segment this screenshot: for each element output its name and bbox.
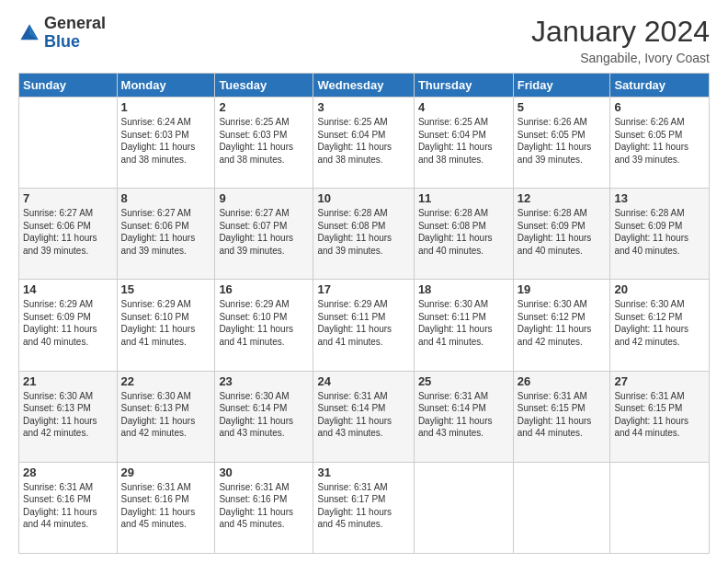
- day-cell: 26Sunrise: 6:31 AM Sunset: 6:15 PM Dayli…: [513, 371, 610, 462]
- day-number: 18: [418, 282, 509, 296]
- day-number: 1: [121, 100, 211, 114]
- day-info: Sunrise: 6:31 AM Sunset: 6:16 PM Dayligh…: [121, 481, 211, 531]
- day-number: 3: [317, 100, 409, 114]
- day-info: Sunrise: 6:30 AM Sunset: 6:11 PM Dayligh…: [418, 298, 509, 348]
- day-number: 20: [614, 282, 705, 296]
- day-cell: 2Sunrise: 6:25 AM Sunset: 6:03 PM Daylig…: [215, 98, 313, 189]
- day-number: 19: [518, 282, 607, 296]
- day-cell: 23Sunrise: 6:30 AM Sunset: 6:14 PM Dayli…: [215, 371, 313, 462]
- day-info: Sunrise: 6:28 AM Sunset: 6:08 PM Dayligh…: [418, 207, 509, 257]
- day-number: 9: [219, 191, 309, 205]
- day-info: Sunrise: 6:29 AM Sunset: 6:11 PM Dayligh…: [317, 298, 409, 348]
- day-info: Sunrise: 6:28 AM Sunset: 6:09 PM Dayligh…: [518, 207, 607, 257]
- month-year: January 2024: [531, 15, 710, 49]
- day-cell: 1Sunrise: 6:24 AM Sunset: 6:03 PM Daylig…: [117, 98, 215, 189]
- day-number: 25: [418, 374, 509, 388]
- day-info: Sunrise: 6:31 AM Sunset: 6:14 PM Dayligh…: [317, 390, 409, 440]
- day-cell: 12Sunrise: 6:28 AM Sunset: 6:09 PM Dayli…: [513, 189, 610, 280]
- day-cell: 11Sunrise: 6:28 AM Sunset: 6:08 PM Dayli…: [414, 189, 513, 280]
- day-cell: 29Sunrise: 6:31 AM Sunset: 6:16 PM Dayli…: [117, 462, 215, 553]
- day-info: Sunrise: 6:31 AM Sunset: 6:16 PM Dayligh…: [23, 481, 113, 531]
- day-number: 13: [614, 191, 705, 205]
- day-cell: 8Sunrise: 6:27 AM Sunset: 6:06 PM Daylig…: [117, 189, 215, 280]
- logo: General Blue: [18, 15, 106, 52]
- logo-icon: [18, 22, 40, 44]
- day-number: 7: [23, 191, 113, 205]
- day-cell: [19, 98, 118, 189]
- day-info: Sunrise: 6:31 AM Sunset: 6:15 PM Dayligh…: [614, 390, 705, 440]
- day-info: Sunrise: 6:26 AM Sunset: 6:05 PM Dayligh…: [518, 116, 607, 166]
- day-cell: 16Sunrise: 6:29 AM Sunset: 6:10 PM Dayli…: [215, 280, 313, 371]
- weekday-header-saturday: Saturday: [610, 74, 710, 98]
- day-number: 17: [317, 282, 409, 296]
- day-number: 21: [23, 374, 113, 388]
- day-cell: [610, 462, 710, 553]
- day-number: 15: [121, 282, 211, 296]
- logo-general: General: [44, 14, 106, 32]
- day-cell: 15Sunrise: 6:29 AM Sunset: 6:10 PM Dayli…: [117, 280, 215, 371]
- day-cell: 10Sunrise: 6:28 AM Sunset: 6:08 PM Dayli…: [313, 189, 414, 280]
- day-info: Sunrise: 6:29 AM Sunset: 6:10 PM Dayligh…: [121, 298, 211, 348]
- day-number: 8: [121, 191, 211, 205]
- day-number: 26: [518, 374, 607, 388]
- day-info: Sunrise: 6:24 AM Sunset: 6:03 PM Dayligh…: [121, 116, 211, 166]
- day-cell: 28Sunrise: 6:31 AM Sunset: 6:16 PM Dayli…: [19, 462, 118, 553]
- day-cell: 9Sunrise: 6:27 AM Sunset: 6:07 PM Daylig…: [215, 189, 313, 280]
- weekday-header-thursday: Thursday: [414, 74, 513, 98]
- day-cell: 20Sunrise: 6:30 AM Sunset: 6:12 PM Dayli…: [610, 280, 710, 371]
- day-cell: 14Sunrise: 6:29 AM Sunset: 6:09 PM Dayli…: [19, 280, 118, 371]
- day-number: 28: [23, 465, 113, 479]
- weekday-header-monday: Monday: [117, 74, 215, 98]
- day-cell: [414, 462, 513, 553]
- week-row-2: 7Sunrise: 6:27 AM Sunset: 6:06 PM Daylig…: [19, 189, 710, 280]
- location: Sangabile, Ivory Coast: [531, 51, 710, 65]
- day-number: 30: [219, 465, 309, 479]
- day-cell: 7Sunrise: 6:27 AM Sunset: 6:06 PM Daylig…: [19, 189, 118, 280]
- week-row-4: 21Sunrise: 6:30 AM Sunset: 6:13 PM Dayli…: [19, 371, 710, 462]
- day-number: 6: [614, 100, 705, 114]
- day-cell: 22Sunrise: 6:30 AM Sunset: 6:13 PM Dayli…: [117, 371, 215, 462]
- day-cell: 5Sunrise: 6:26 AM Sunset: 6:05 PM Daylig…: [513, 98, 610, 189]
- day-cell: 3Sunrise: 6:25 AM Sunset: 6:04 PM Daylig…: [313, 98, 414, 189]
- day-info: Sunrise: 6:25 AM Sunset: 6:04 PM Dayligh…: [418, 116, 509, 166]
- day-info: Sunrise: 6:30 AM Sunset: 6:12 PM Dayligh…: [614, 298, 705, 348]
- weekday-header-wednesday: Wednesday: [313, 74, 414, 98]
- day-info: Sunrise: 6:27 AM Sunset: 6:06 PM Dayligh…: [23, 207, 113, 257]
- day-number: 29: [121, 465, 211, 479]
- day-number: 24: [317, 374, 409, 388]
- day-info: Sunrise: 6:27 AM Sunset: 6:07 PM Dayligh…: [219, 207, 309, 257]
- day-number: 16: [219, 282, 309, 296]
- day-info: Sunrise: 6:25 AM Sunset: 6:03 PM Dayligh…: [219, 116, 309, 166]
- calendar: SundayMondayTuesdayWednesdayThursdayFrid…: [18, 73, 710, 554]
- day-number: 10: [317, 191, 409, 205]
- day-number: 31: [317, 465, 409, 479]
- day-info: Sunrise: 6:31 AM Sunset: 6:17 PM Dayligh…: [317, 481, 409, 531]
- week-row-3: 14Sunrise: 6:29 AM Sunset: 6:09 PM Dayli…: [19, 280, 710, 371]
- day-info: Sunrise: 6:31 AM Sunset: 6:16 PM Dayligh…: [219, 481, 309, 531]
- day-info: Sunrise: 6:30 AM Sunset: 6:12 PM Dayligh…: [518, 298, 607, 348]
- day-cell: 13Sunrise: 6:28 AM Sunset: 6:09 PM Dayli…: [610, 189, 710, 280]
- day-cell: 30Sunrise: 6:31 AM Sunset: 6:16 PM Dayli…: [215, 462, 313, 553]
- day-info: Sunrise: 6:30 AM Sunset: 6:13 PM Dayligh…: [23, 390, 113, 440]
- weekday-header-sunday: Sunday: [19, 74, 118, 98]
- day-cell: 25Sunrise: 6:31 AM Sunset: 6:14 PM Dayli…: [414, 371, 513, 462]
- weekday-header-row: SundayMondayTuesdayWednesdayThursdayFrid…: [19, 74, 710, 98]
- day-number: 27: [614, 374, 705, 388]
- day-number: 23: [219, 374, 309, 388]
- day-number: 5: [518, 100, 607, 114]
- page: General Blue January 2024 Sangabile, Ivo…: [0, 0, 728, 563]
- day-number: 22: [121, 374, 211, 388]
- day-cell: 18Sunrise: 6:30 AM Sunset: 6:11 PM Dayli…: [414, 280, 513, 371]
- day-cell: 24Sunrise: 6:31 AM Sunset: 6:14 PM Dayli…: [313, 371, 414, 462]
- day-info: Sunrise: 6:26 AM Sunset: 6:05 PM Dayligh…: [614, 116, 705, 166]
- day-info: Sunrise: 6:31 AM Sunset: 6:15 PM Dayligh…: [518, 390, 607, 440]
- day-number: 14: [23, 282, 113, 296]
- logo-text: General Blue: [44, 15, 106, 52]
- day-info: Sunrise: 6:29 AM Sunset: 6:09 PM Dayligh…: [23, 298, 113, 348]
- logo-blue: Blue: [44, 32, 80, 51]
- header: General Blue January 2024 Sangabile, Ivo…: [18, 15, 710, 65]
- day-cell: 6Sunrise: 6:26 AM Sunset: 6:05 PM Daylig…: [610, 98, 710, 189]
- calendar-body: 1Sunrise: 6:24 AM Sunset: 6:03 PM Daylig…: [19, 98, 710, 554]
- weekday-header-friday: Friday: [513, 74, 610, 98]
- day-cell: 31Sunrise: 6:31 AM Sunset: 6:17 PM Dayli…: [313, 462, 414, 553]
